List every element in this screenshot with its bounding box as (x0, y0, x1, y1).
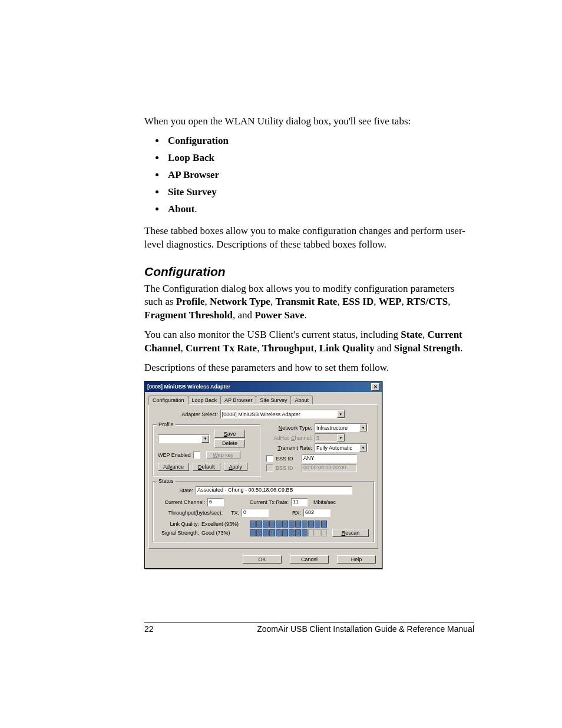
adhoc-channel-dropdown: 3▼ (315, 433, 345, 442)
state-value: Associated - Chung - 00:50:18:06:C9:BB (196, 486, 352, 495)
state-label: State: (158, 487, 193, 493)
tx-label: TX: (231, 510, 239, 516)
after-tabs-text: These tabbed boxes allow you to make con… (144, 225, 474, 252)
wep-key-button[interactable]: Wep key (206, 451, 240, 459)
chevron-down-icon: ▼ (359, 424, 367, 431)
throughput-label: Throughput(bytes/sec): (158, 510, 223, 516)
signal-strength-label: Signal Strength: (158, 530, 199, 536)
chevron-down-icon: ▼ (337, 434, 345, 442)
configuration-panel: Adapter Select: [0008] MiniUSB Wireless … (148, 404, 378, 549)
intro-text: When you open the WLAN Utility dialog bo… (144, 115, 474, 129)
rx-value: 682 (303, 509, 330, 517)
adhoc-channel-label: AdHoc Channel: (266, 435, 312, 441)
chevron-down-icon: ▼ (359, 444, 367, 452)
transmit-rate-dropdown[interactable]: Fully Automatic▼ (315, 443, 368, 452)
network-type-label: Network Type: (266, 425, 312, 431)
default-button[interactable]: Default (193, 463, 220, 471)
network-type-dropdown[interactable]: Infrastructure▼ (315, 423, 368, 432)
signal-strength-meter (250, 529, 327, 536)
link-quality-meter (250, 521, 327, 528)
tab-loop-back[interactable]: Loop Back (188, 396, 222, 405)
profile-dropdown[interactable]: ▼ (158, 434, 210, 443)
chevron-down-icon: ▼ (201, 435, 209, 443)
dialog-tabs: Configuration Loop Back AP Browser Site … (145, 392, 382, 405)
rescan-button[interactable]: Rescan (332, 529, 369, 537)
rx-label: RX: (292, 510, 301, 516)
adapter-select-dropdown[interactable]: [0008] MiniUSB Wireless Adapter▼ (220, 410, 345, 419)
link-quality-value: Excellent (93%) (201, 521, 244, 527)
wep-enabled-label: WEP Enabled (158, 452, 191, 458)
config-paragraph-2: You can also monitor the USB Client's cu… (144, 328, 474, 355)
bssid-checkbox (266, 465, 273, 472)
list-item: AP Browser (166, 169, 474, 182)
tx-value: 0 (242, 509, 269, 517)
page-footer: 22 ZoomAir USB Client Installation Guide… (144, 622, 474, 634)
profile-fieldset: Profile ▼ Save Delete WEP Enabled Wep ke… (153, 424, 260, 476)
wlan-utility-dialog: [0008] MiniUSB Wireless Adapter ✕ Config… (144, 381, 382, 569)
essid-label: ESS ID (276, 456, 299, 462)
tab-ap-browser[interactable]: AP Browser (220, 396, 256, 405)
config-paragraph-3: Descriptions of these parameters and how… (144, 361, 474, 375)
save-button[interactable]: Save (214, 430, 245, 438)
signal-strength-value: Good (73%) (201, 530, 244, 536)
cancel-button[interactable]: Cancel (290, 555, 329, 564)
chevron-down-icon: ▼ (337, 410, 345, 418)
profile-legend: Profile (157, 421, 176, 427)
current-channel-label: Current Channel: (158, 499, 205, 505)
current-channel-value: 6 (207, 498, 224, 506)
close-icon[interactable]: ✕ (371, 383, 379, 391)
status-fieldset: Status State: Associated - Chung - 00:50… (153, 481, 374, 542)
list-item: Configuration (166, 134, 474, 148)
link-quality-label: Link Quality: (158, 521, 199, 527)
list-item: Site Survey (166, 186, 474, 199)
config-paragraph-1: The Configuration dialog box allows you … (144, 282, 474, 323)
footer-title: ZoomAir USB Client Installation Guide & … (168, 624, 474, 634)
apply-button[interactable]: Apply (224, 463, 248, 471)
ok-button[interactable]: OK (243, 555, 282, 564)
current-tx-rate-value: 11 (291, 498, 308, 506)
status-legend: Status (157, 478, 176, 484)
transmit-rate-label: Transmit Rate: (266, 445, 312, 451)
tab-bullet-list: Configuration Loop Back AP Browser Site … (144, 134, 474, 216)
delete-button[interactable]: Delete (214, 439, 245, 447)
dialog-title-bar: [0008] MiniUSB Wireless Adapter ✕ (145, 381, 382, 392)
tab-configuration[interactable]: Configuration (148, 396, 189, 405)
help-button[interactable]: Help (337, 555, 376, 564)
configuration-heading: Configuration (144, 265, 474, 279)
tab-about[interactable]: About (290, 396, 313, 405)
essid-checkbox[interactable] (266, 455, 273, 462)
list-item: About. (166, 203, 474, 216)
current-tx-rate-label: Current Tx Rate: (242, 499, 289, 505)
list-item: Loop Back (166, 151, 474, 165)
essid-input[interactable]: ANY (302, 454, 357, 463)
bssid-input: 00:00:00:00:00:00 (302, 464, 357, 472)
wep-enabled-checkbox[interactable] (193, 452, 200, 459)
dialog-title: [0008] MiniUSB Wireless Adapter (147, 384, 230, 390)
mbits-label: Mbits/sec (313, 499, 336, 505)
adapter-select-label: Adapter Select: (181, 411, 218, 417)
page-number: 22 (144, 624, 168, 634)
bssid-label: BSS ID (276, 465, 299, 471)
advance-button[interactable]: Advance (158, 463, 189, 471)
tab-site-survey[interactable]: Site Survey (256, 396, 291, 405)
